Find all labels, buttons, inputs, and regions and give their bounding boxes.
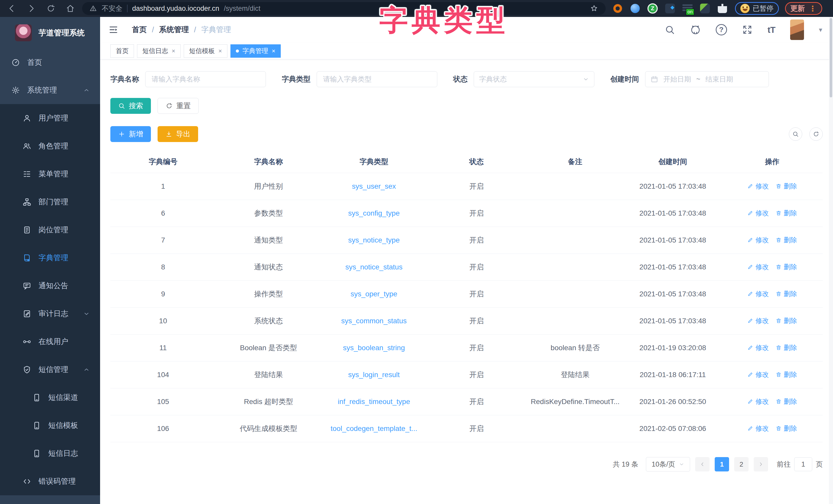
sidebar-item-label: 首页 (27, 57, 90, 68)
page-size-select[interactable]: 10条/页 (646, 457, 690, 472)
tab-3[interactable]: 字典管理× (231, 44, 281, 58)
tab-1[interactable]: 短信日志× (137, 44, 181, 58)
browser-update-button[interactable]: 更新 ⋮ (785, 2, 822, 15)
extension-green-icon[interactable]: Z (647, 3, 658, 14)
export-button[interactable]: 导出 (158, 126, 198, 142)
reload-icon[interactable] (46, 4, 55, 13)
edit-link[interactable]: 修改 (747, 209, 769, 218)
sidebar-item-16[interactable]: 基础设施 (0, 495, 100, 504)
goto-page-input[interactable] (794, 457, 812, 471)
edit-link[interactable]: 修改 (747, 370, 769, 379)
dict-type-link[interactable]: inf_redis_timeout_type (338, 398, 410, 406)
breadcrumb-home[interactable]: 首页 (132, 25, 147, 35)
sidebar-item-12[interactable]: 短信渠道 (0, 383, 100, 411)
sidebar-item-9[interactable]: 审计日志 (0, 300, 100, 328)
github-icon[interactable] (690, 24, 701, 35)
edit-link[interactable]: 修改 (747, 182, 769, 191)
close-icon[interactable]: × (218, 47, 222, 55)
sidebar-item-1[interactable]: 系统管理 (0, 76, 100, 104)
sidebar-item-15[interactable]: 错误码管理 (0, 467, 100, 495)
sidebar-item-2[interactable]: 用户管理 (0, 104, 100, 132)
delete-link[interactable]: 删除 (776, 424, 797, 433)
delete-link[interactable]: 删除 (776, 262, 797, 272)
edit-link[interactable]: 修改 (747, 289, 769, 298)
dict-type-link[interactable]: sys_oper_type (351, 290, 397, 298)
sidebar-item-8[interactable]: 通知公告 (0, 272, 100, 300)
sidebar-item-4[interactable]: 菜单管理 (0, 160, 100, 188)
extension-drop-icon[interactable] (630, 3, 641, 14)
delete-link[interactable]: 删除 (776, 209, 797, 218)
refresh-table-icon[interactable] (809, 127, 823, 141)
sidebar-item-14[interactable]: 短信日志 (0, 439, 100, 467)
page-button-2[interactable]: 2 (734, 457, 748, 472)
delete-link[interactable]: 删除 (776, 289, 797, 298)
user-avatar[interactable] (790, 20, 804, 40)
extension-ring-icon[interactable] (612, 3, 623, 14)
extensions-puzzle-icon[interactable] (717, 3, 728, 14)
extension-on-icon[interactable]: on (682, 3, 693, 14)
edit-link[interactable]: 修改 (747, 262, 769, 272)
address-bar[interactable]: 不安全 dashboard.yudao.iocoder.cn/system/di… (82, 2, 605, 15)
edit-link[interactable]: 修改 (747, 397, 769, 406)
extension-leaf-icon[interactable] (699, 3, 710, 14)
help-icon[interactable]: ? (716, 24, 727, 35)
delete-link[interactable]: 删除 (776, 370, 797, 379)
close-icon[interactable]: × (172, 47, 175, 55)
prev-page-button[interactable] (695, 457, 710, 472)
edit-link[interactable]: 修改 (747, 316, 769, 325)
extension-gem-icon[interactable]: ◆ (665, 3, 675, 14)
fullscreen-icon[interactable] (742, 24, 753, 35)
tab-2[interactable]: 短信模板× (184, 44, 228, 58)
scrollbar-thumb[interactable] (830, 18, 832, 97)
forward-icon[interactable] (27, 4, 36, 13)
breadcrumb-system[interactable]: 系统管理 (159, 25, 189, 35)
back-icon[interactable] (7, 4, 17, 13)
home-icon[interactable] (66, 4, 75, 13)
sidebar-item-11[interactable]: 短信管理 (0, 356, 100, 383)
delete-link[interactable]: 删除 (776, 235, 797, 245)
search-button[interactable]: 搜索 (110, 98, 151, 114)
font-size-icon[interactable]: tT (767, 25, 775, 35)
dict-type-link[interactable]: tool_codegen_template_t... (331, 425, 417, 432)
profile-paused-badge[interactable]: 已暂停 (735, 2, 779, 15)
delete-link[interactable]: 删除 (776, 316, 797, 325)
hamburger-icon[interactable] (108, 25, 119, 35)
sidebar-item-5[interactable]: 部门管理 (0, 188, 100, 216)
dict-name-input[interactable] (145, 71, 266, 87)
browser-menu-icon[interactable]: ⋮ (809, 4, 817, 13)
status-select[interactable]: 字典状态 (474, 71, 594, 87)
edit-link[interactable]: 修改 (747, 235, 769, 245)
sidebar-item-7[interactable]: 字典管理 (0, 244, 100, 272)
sidebar-item-6[interactable]: 岗位管理 (0, 216, 100, 244)
app-logo-row[interactable]: 芋道管理系统 (0, 17, 100, 49)
edit-link[interactable]: 修改 (747, 343, 769, 352)
date-range-picker[interactable]: 开始日期 ~ 结束日期 (645, 71, 769, 87)
add-button[interactable]: 新增 (110, 126, 151, 142)
sidebar-item-10[interactable]: 在线用户 (0, 328, 100, 356)
page-scrollbar[interactable] (829, 17, 833, 504)
dict-type-link[interactable]: sys_user_sex (352, 182, 396, 190)
toggle-search-icon[interactable] (789, 127, 802, 141)
dict-type-input[interactable] (317, 71, 437, 87)
delete-link[interactable]: 删除 (776, 397, 797, 406)
dict-type-link[interactable]: sys_config_type (348, 209, 400, 217)
bookmark-star-icon[interactable] (590, 4, 598, 13)
tab-0[interactable]: 首页 (110, 44, 134, 58)
edit-link[interactable]: 修改 (747, 424, 769, 433)
close-icon[interactable]: × (272, 47, 276, 55)
dict-type-link[interactable]: sys_boolean_string (343, 344, 405, 352)
dict-type-link[interactable]: sys_notice_status (346, 263, 403, 271)
sidebar-item-3[interactable]: 角色管理 (0, 132, 100, 160)
avatar-caret-down-icon[interactable]: ▾ (819, 26, 822, 34)
delete-link[interactable]: 删除 (776, 182, 797, 191)
delete-link[interactable]: 删除 (776, 343, 797, 352)
dict-type-link[interactable]: sys_notice_type (348, 236, 400, 244)
dict-type-link[interactable]: sys_common_status (341, 317, 407, 325)
sidebar-item-13[interactable]: 短信模板 (0, 411, 100, 439)
sidebar-item-0[interactable]: 首页 (0, 49, 100, 76)
search-icon[interactable] (664, 24, 675, 35)
dict-type-link[interactable]: sys_login_result (348, 371, 400, 379)
reset-button[interactable]: 重置 (158, 98, 199, 114)
page-button-1[interactable]: 1 (715, 457, 729, 472)
next-page-button[interactable] (754, 457, 768, 472)
